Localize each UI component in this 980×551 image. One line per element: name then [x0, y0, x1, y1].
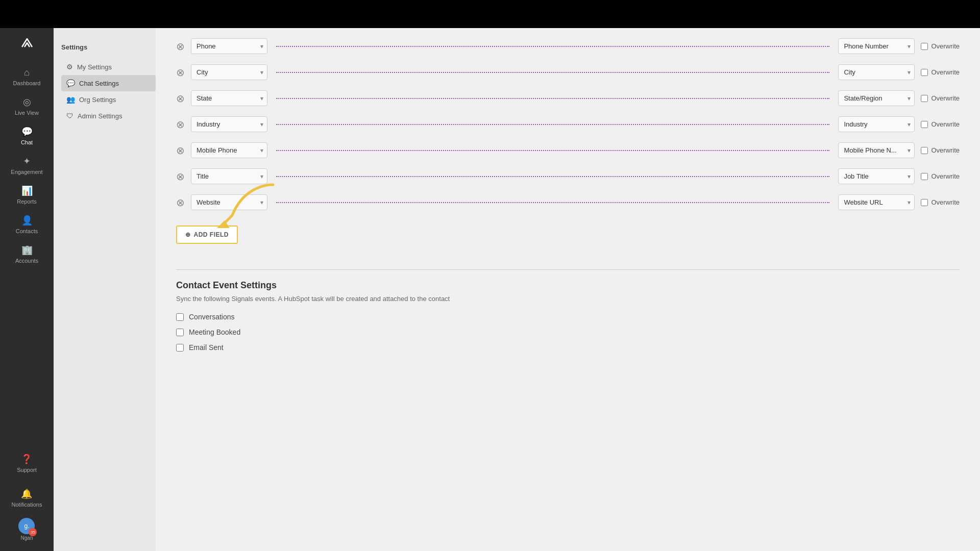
avatar-initials: g. — [24, 522, 29, 530]
overwrite-label-title: Overwrite — [931, 172, 960, 180]
org-settings-label: Org Settings — [79, 96, 116, 104]
dotted-line-phone — [276, 46, 829, 47]
field-row-website: ⊗ Website Website URL Overwrite — [176, 194, 960, 210]
field-row-city: ⊗ City City Overwrite — [176, 64, 960, 80]
live-view-icon: ◎ — [23, 96, 31, 108]
settings-item-org-settings[interactable]: 👥 Org Settings — [61, 91, 156, 108]
left-select-city[interactable]: City — [191, 64, 267, 80]
field-row-phone: ⊗ Phone Phone Number Overwrite — [176, 38, 960, 54]
nav-item-reports[interactable]: 📊 Reports — [0, 180, 54, 210]
remove-btn-website[interactable]: ⊗ — [176, 196, 185, 209]
right-select-title[interactable]: Job Title — [838, 168, 915, 184]
nav-item-chat[interactable]: 💬 Chat — [0, 121, 54, 151]
left-select-wrapper-website: Website — [191, 194, 267, 210]
event-item-meeting-booked: Meeting Booked — [176, 328, 960, 336]
overwrite-group-mobile-phone: Overwrite — [921, 146, 960, 154]
remove-btn-city[interactable]: ⊗ — [176, 66, 185, 79]
dotted-line-website — [276, 202, 829, 203]
remove-btn-state[interactable]: ⊗ — [176, 92, 185, 105]
remove-btn-mobile-phone[interactable]: ⊗ — [176, 144, 185, 157]
right-select-wrapper-title: Job Title — [838, 168, 915, 184]
overwrite-group-state: Overwrite — [921, 94, 960, 102]
nav-label-notifications: Notifications — [12, 502, 42, 508]
nav-item-notifications[interactable]: 🔔 Notifications — [9, 483, 45, 513]
left-select-phone[interactable]: Phone — [191, 38, 267, 54]
settings-item-my-settings[interactable]: ⚙ My Settings — [61, 59, 156, 75]
event-item-conversations: Conversations — [176, 313, 960, 321]
overwrite-label-phone: Overwrite — [931, 42, 960, 50]
dotted-line-mobile-phone — [276, 150, 829, 151]
event-checkbox-conversations[interactable] — [176, 313, 184, 321]
admin-settings-icon: 🛡 — [66, 112, 74, 120]
overwrite-checkbox-phone[interactable] — [921, 43, 928, 50]
overwrite-label-state: Overwrite — [931, 94, 960, 102]
logo — [20, 36, 34, 52]
remove-btn-industry[interactable]: ⊗ — [176, 118, 185, 131]
right-select-wrapper-phone: Phone Number — [838, 38, 915, 54]
event-checkbox-meeting-booked[interactable] — [176, 329, 184, 336]
left-select-website[interactable]: Website — [191, 194, 267, 210]
overwrite-checkbox-industry[interactable] — [921, 121, 928, 128]
chat-settings-label: Chat Settings — [79, 80, 119, 87]
notification-badge: 35 — [29, 528, 37, 536]
engagement-icon: ✦ — [23, 156, 31, 167]
nav-item-support[interactable]: ❓ Support — [9, 448, 45, 478]
remove-btn-phone[interactable]: ⊗ — [176, 40, 185, 53]
overwrite-label-website: Overwrite — [931, 198, 960, 206]
my-settings-label: My Settings — [77, 63, 112, 71]
nav-item-live-view[interactable]: ◎ Live View — [0, 91, 54, 121]
nav-item-accounts[interactable]: 🏢 Accounts — [0, 239, 54, 269]
right-select-wrapper-state: State/Region — [838, 90, 915, 106]
event-label-conversations: Conversations — [189, 313, 235, 321]
right-select-industry[interactable]: Industry — [838, 116, 915, 132]
remove-btn-title[interactable]: ⊗ — [176, 170, 185, 183]
right-select-wrapper-mobile-phone: Mobile Phone N... — [838, 142, 915, 158]
left-select-state[interactable]: State — [191, 90, 267, 106]
overwrite-checkbox-title[interactable] — [921, 173, 928, 180]
notifications-icon: 🔔 — [21, 488, 32, 499]
left-select-mobile-phone[interactable]: Mobile Phone — [191, 142, 267, 158]
overwrite-group-website: Overwrite — [921, 198, 960, 206]
nav-label-accounts: Accounts — [15, 258, 38, 264]
add-field-button[interactable]: ⊕ ADD FIELD — [176, 226, 238, 244]
field-rows-container: ⊗ Phone Phone Number Overwrite ⊗ City — [176, 38, 960, 210]
nav-item-engagement[interactable]: ✦ Engagement — [0, 151, 54, 180]
overwrite-label-city: Overwrite — [931, 68, 960, 76]
right-select-phone[interactable]: Phone Number — [838, 38, 915, 54]
overwrite-checkbox-state[interactable] — [921, 95, 928, 102]
nav-label-contacts: Contacts — [16, 228, 38, 234]
left-select-wrapper-city: City — [191, 64, 267, 80]
event-label-email-sent: Email Sent — [189, 343, 224, 352]
field-row-state: ⊗ State State/Region Overwrite — [176, 90, 960, 106]
left-select-wrapper-industry: Industry — [191, 116, 267, 132]
overwrite-checkbox-mobile-phone[interactable] — [921, 147, 928, 154]
right-select-state[interactable]: State/Region — [838, 90, 915, 106]
dotted-line-industry — [276, 124, 829, 125]
right-select-city[interactable]: City — [838, 64, 915, 80]
left-select-wrapper-state: State — [191, 90, 267, 106]
settings-sidebar: Settings ⚙ My Settings 💬 Chat Settings 👥… — [54, 0, 156, 551]
add-field-icon: ⊕ — [185, 231, 191, 238]
left-select-title[interactable]: Title — [191, 168, 267, 184]
settings-item-chat-settings[interactable]: 💬 Chat Settings — [61, 75, 156, 91]
top-bar — [0, 0, 980, 28]
nav-item-dashboard[interactable]: ⌂ Dashboard — [0, 62, 54, 91]
left-nav: ⌂ Dashboard ◎ Live View 💬 Chat ✦ Engagem… — [0, 0, 54, 551]
nav-label-engagement: Engagement — [11, 169, 42, 175]
event-label-meeting-booked: Meeting Booked — [189, 328, 240, 336]
overwrite-checkbox-website[interactable] — [921, 199, 928, 206]
left-select-industry[interactable]: Industry — [191, 116, 267, 132]
contacts-icon: 👤 — [21, 215, 33, 226]
contact-event-description: Sync the following Signals events. A Hub… — [176, 295, 960, 303]
field-row-title: ⊗ Title Job Title Overwrite — [176, 168, 960, 184]
right-select-mobile-phone[interactable]: Mobile Phone N... — [838, 142, 915, 158]
nav-item-contacts[interactable]: 👤 Contacts — [0, 210, 54, 239]
admin-settings-label: Admin Settings — [78, 112, 122, 120]
settings-item-admin-settings[interactable]: 🛡 Admin Settings — [61, 108, 156, 124]
right-select-website[interactable]: Website URL — [838, 194, 915, 210]
left-select-wrapper-mobile-phone: Mobile Phone — [191, 142, 267, 158]
overwrite-checkbox-city[interactable] — [921, 69, 928, 76]
right-select-wrapper-city: City — [838, 64, 915, 80]
avatar[interactable]: g. 35 — [18, 518, 35, 534]
event-checkbox-email-sent[interactable] — [176, 344, 184, 352]
